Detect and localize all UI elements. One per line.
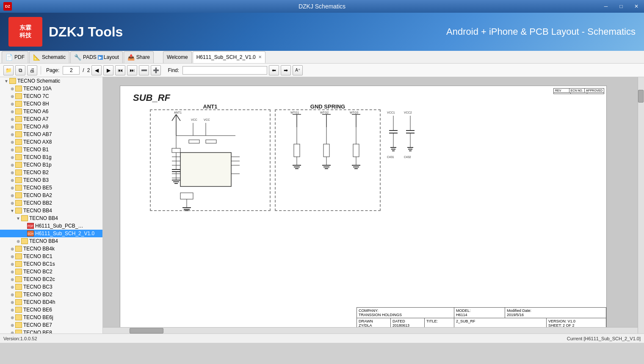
sidebar-item-10a[interactable]: ⊕ TECNO 10A	[0, 85, 102, 92]
nav-find-next-btn[interactable]: ➡	[281, 65, 291, 75]
close-button[interactable]: ✕	[629, 0, 644, 13]
page-total: 2	[87, 67, 90, 73]
sidebar-item-be8[interactable]: ⊕ TECNO BE8	[0, 329, 102, 333]
folder-icon	[15, 299, 22, 305]
rev-cell-approved: APPROVED	[585, 89, 604, 92]
tab-schematic[interactable]: 📐 Schematic	[29, 51, 69, 63]
folder-icon	[21, 215, 28, 221]
sidebar-item-bb4-sub[interactable]: ▼ TECNO BB4	[0, 214, 102, 222]
sidebar-item-b1p[interactable]: ⊕ TECNO B1p	[0, 161, 102, 169]
app-title: DZKJ Tools	[49, 24, 123, 40]
status-version: Version:1.0.0.52	[3, 336, 37, 341]
nav-zoom-in-btn[interactable]: ➕	[151, 65, 161, 75]
hscroll-thumb[interactable]	[130, 328, 163, 333]
find-input[interactable]	[182, 66, 267, 75]
folder-icon	[21, 238, 28, 244]
tab-welcome[interactable]: Welcome	[163, 51, 192, 63]
sidebar-item-root[interactable]: ▼ TECNO Schematic	[0, 77, 102, 85]
sidebar-item-b1g[interactable]: ⊕ TECNO B1g	[0, 153, 102, 161]
nav-separator	[41, 66, 41, 75]
sidebar-item-bb4-sub2[interactable]: ⊕ TECNO BB4	[0, 237, 102, 245]
gnd-spring-label: GND SPRING	[310, 103, 345, 110]
page-input[interactable]	[63, 66, 80, 75]
folder-icon	[15, 253, 22, 259]
label: TECNO 7C	[23, 93, 49, 99]
window-controls: ─ □ ✕	[598, 0, 644, 13]
folder-icon	[15, 292, 22, 297]
sidebar-item-bd4h[interactable]: ⊕ TECNO BD4h	[0, 298, 102, 306]
vertical-scrollbar[interactable]	[638, 77, 644, 333]
tab-share[interactable]: 📤 Share	[124, 51, 154, 63]
toggle-icon: ⊕	[9, 277, 15, 282]
horizontal-scrollbar[interactable]	[103, 327, 638, 333]
toggle-icon: ⊕	[9, 292, 15, 297]
sidebar-item-ab7[interactable]: ⊕ TECNO AB7	[0, 131, 102, 138]
tab-close-icon[interactable]: ✕	[258, 55, 262, 59]
sidebar-item-b3[interactable]: ⊕ TECNO B3	[0, 176, 102, 184]
folder-icon	[15, 246, 22, 252]
rev-cell	[571, 93, 588, 94]
label: TECNO BE7	[23, 322, 52, 328]
nav-zoom-fit-btn[interactable]: A⁺	[293, 65, 303, 75]
tab-pads[interactable]: 🔧 PADS ▶ Layout	[70, 51, 123, 63]
sidebar-item-bb4k[interactable]: ⊕ TECNO BB4k	[0, 245, 102, 253]
svg-text:WTG3: WTG3	[350, 111, 358, 114]
sidebar-item-ax8[interactable]: ⊕ TECNO AX8	[0, 138, 102, 146]
nav-find-prev-btn[interactable]: ⬅	[269, 65, 279, 75]
drawn-label: DRAWN	[359, 319, 373, 323]
sidebar-item-be7[interactable]: ⊕ TECNO BE7	[0, 321, 102, 329]
nav-prev-btn[interactable]: ◀	[91, 65, 102, 75]
sidebar-item-be6[interactable]: ⊕ TECNO BE6	[0, 306, 102, 314]
sidebar-item-8h[interactable]: ⊕ TECNO 8H	[0, 100, 102, 108]
maximize-button[interactable]: □	[614, 0, 629, 13]
sidebar-item-sch-selected[interactable]: SCH H6111_Sub_SCH_2_V1.0	[0, 230, 102, 237]
label: TECNO BB4	[29, 215, 58, 221]
sidebar-item-bd2[interactable]: ⊕ TECNO BD2	[0, 291, 102, 298]
nav-zoom-out-btn[interactable]: ➖	[139, 65, 149, 75]
sidebar-item-pcb[interactable]: PDF H6111_Sub_PCB_2_V1.1_Fl...	[0, 222, 102, 230]
title-label: TITLE:	[426, 319, 438, 323]
toggle-icon: ⊕	[9, 109, 15, 114]
label: TECNO BB2	[23, 200, 52, 206]
nav-first-btn[interactable]: ⏮	[115, 65, 125, 75]
sidebar-item-bb4[interactable]: ▼ TECNO BB4	[0, 207, 102, 214]
tab-pads-label: PADS	[83, 54, 97, 60]
nav-last-btn[interactable]: ⏭	[127, 65, 137, 75]
page-slash: /	[83, 67, 84, 73]
sidebar-item-a7[interactable]: ⊕ TECNO A7	[0, 115, 102, 123]
toggle-icon: ⊕	[9, 178, 15, 183]
sidebar-item-bc1[interactable]: ⊕ TECNO BC1	[0, 253, 102, 260]
scrollbar-thumb[interactable]	[638, 90, 644, 103]
tab-h6111[interactable]: H6111_Sub_SCH_2_V1.0 ✕	[193, 51, 265, 63]
nav-folder-btn[interactable]: 📁	[3, 65, 14, 75]
sidebar-item-bc1s[interactable]: ⊕ TECNO BC1s	[0, 260, 102, 268]
nav-play-btn[interactable]: ▶	[103, 65, 113, 75]
label: TECNO BD4h	[23, 299, 55, 305]
sidebar-item-be6j[interactable]: ⊕ TECNO BE6j	[0, 314, 102, 321]
sidebar-item-7c[interactable]: ⊕ TECNO 7C	[0, 92, 102, 100]
tab-pdf[interactable]: 📄 PDF	[2, 51, 28, 63]
svg-text:WTG2: WTG2	[320, 111, 329, 114]
nav-print-btn[interactable]: 🖨	[27, 65, 37, 75]
sidebar-item-a9[interactable]: ⊕ TECNO A9	[0, 123, 102, 131]
sidebar-item-a6[interactable]: ⊕ TECNO A6	[0, 108, 102, 115]
sidebar-item-b1[interactable]: ⊕ TECNO B1	[0, 146, 102, 153]
version-value: V1.0	[568, 319, 576, 323]
folder-icon	[15, 108, 22, 114]
svg-text:VCC2: VCC2	[404, 111, 412, 114]
sidebar-item-be5[interactable]: ⊕ TECNO BE5	[0, 184, 102, 192]
sidebar-item-b2[interactable]: ⊕ TECNO B2	[0, 169, 102, 176]
tab-pads-icon2: ▶	[98, 55, 103, 60]
folder-icon	[15, 307, 22, 313]
sidebar-item-bc2c[interactable]: ⊕ TECNO BC2c	[0, 275, 102, 283]
schematic-view[interactable]: SUB_RF REV ECN NO. APPROVED ANT1	[103, 77, 644, 333]
sidebar-item-bc2[interactable]: ⊕ TECNO BC2	[0, 268, 102, 275]
sidebar-item-ba2[interactable]: ⊕ TECNO BA2	[0, 192, 102, 199]
folder-icon	[15, 131, 22, 137]
minimize-button[interactable]: ─	[598, 0, 614, 13]
find-label: Find:	[168, 67, 179, 73]
sidebar-item-bb2[interactable]: ⊕ TECNO BB2	[0, 199, 102, 207]
nav-copy-btn[interactable]: ⧉	[15, 65, 25, 75]
sidebar-item-bc3[interactable]: ⊕ TECNO BC3	[0, 283, 102, 291]
app-subtitle: Android + iPhone & PCB Layout - Schemati…	[446, 26, 636, 37]
